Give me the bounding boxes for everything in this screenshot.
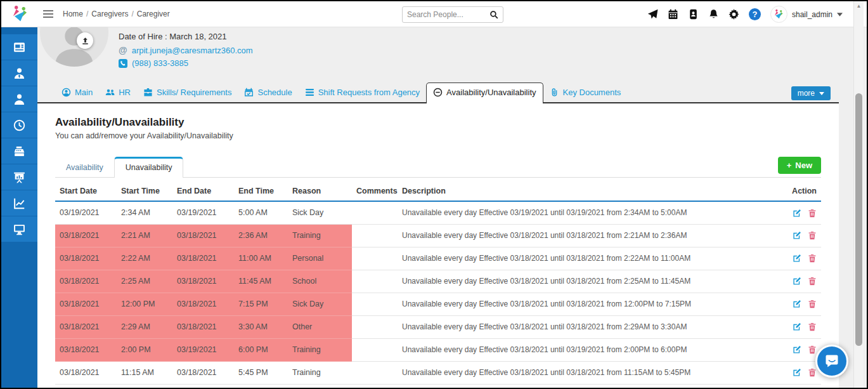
tab-schedule[interactable]: Schedule (238, 83, 298, 102)
cell-end-date: 03/18/2021 (172, 224, 234, 247)
tab-hr[interactable]: HR (99, 83, 137, 102)
app-logo[interactable] (1, 1, 37, 27)
cell-start-date: 03/18/2021 (55, 270, 117, 293)
delete-icon[interactable] (808, 300, 817, 308)
billing-icon (13, 145, 26, 158)
paperclip-icon (550, 88, 559, 97)
cell-comments (352, 293, 398, 315)
delete-icon[interactable] (808, 277, 817, 286)
edit-icon[interactable] (793, 254, 801, 263)
user-circle-icon (62, 88, 71, 97)
search-icon[interactable] (489, 10, 498, 19)
scrollbar-thumb[interactable] (855, 93, 862, 346)
vertical-scrollbar[interactable]: ▲ (853, 1, 864, 388)
tab-key-documents[interactable]: Key Documents (543, 83, 628, 102)
paper-plane-icon[interactable] (647, 9, 658, 20)
delete-icon[interactable] (808, 231, 817, 240)
delete-icon[interactable] (808, 345, 817, 354)
upload-photo-button[interactable] (77, 32, 93, 49)
bell-icon[interactable] (708, 9, 719, 20)
sidebar-item-scheduling[interactable] (1, 112, 37, 138)
sidebar (1, 27, 37, 388)
calendar-check-icon (244, 88, 254, 97)
edit-icon[interactable] (793, 277, 801, 286)
tab-label: Main (75, 88, 93, 97)
sidebar-item-monitoring[interactable] (1, 216, 37, 242)
new-button-label: New (795, 161, 812, 170)
table-row: 03/18/20212:22 AM03/18/202111:00 AMPerso… (55, 247, 821, 270)
column-header-start-time: Start Time (117, 181, 172, 201)
cell-start-time: 2:21 AM (117, 224, 172, 247)
sidebar-item-dashboard[interactable] (1, 34, 37, 60)
profile-avatar (40, 27, 108, 68)
breadcrumb-item-home[interactable]: Home (63, 10, 83, 18)
scroll-up-arrow[interactable]: ▲ (854, 1, 864, 10)
panel-subtitle: You can add/remove your Availability/Una… (55, 131, 821, 140)
tab-skills-requirements[interactable]: Skills/ Requirements (137, 83, 238, 102)
cell-start-time: 11:15 AM (117, 361, 172, 384)
cell-start-time: 2:29 AM (117, 315, 172, 338)
subtab-availability[interactable]: Availability (55, 158, 114, 177)
tab-shift-requests-from-agency[interactable]: Shift Requests from Agency (299, 83, 426, 102)
hamburger-menu-icon[interactable] (42, 10, 54, 18)
cell-reason: School (288, 270, 352, 293)
delete-icon[interactable] (808, 322, 817, 331)
user-avatar (770, 6, 787, 23)
more-tabs-button[interactable]: more (791, 86, 831, 100)
cell-reason: Training (288, 224, 352, 247)
cell-action (770, 315, 821, 338)
edit-icon[interactable] (793, 345, 801, 354)
cell-end-date: 03/18/2021 (172, 270, 234, 293)
table-header-row: Start DateStart TimeEnd DateEnd TimeReas… (55, 181, 821, 201)
cell-start-time: 2:00 PM (117, 338, 172, 361)
edit-icon[interactable] (793, 322, 801, 331)
edit-icon[interactable] (793, 209, 801, 218)
header-right-group: ? shail_admin (647, 1, 843, 27)
cell-description: Unavailable every day Effective 03/18/20… (398, 224, 770, 247)
delete-icon[interactable] (808, 254, 817, 263)
cell-end-date: 03/19/2021 (172, 338, 234, 361)
sidebar-item-caregivers[interactable] (1, 60, 37, 86)
cell-action (770, 201, 821, 224)
chat-widget-button[interactable] (815, 345, 848, 378)
table-row: 03/18/20212:29 AM03/18/20213:30 AMOtherU… (55, 315, 821, 338)
subtab-unavailability[interactable]: Unavailability (114, 157, 184, 178)
chart-icon (13, 197, 26, 210)
cell-reason: Other (288, 315, 352, 338)
edit-icon[interactable] (793, 368, 801, 377)
new-button[interactable]: + New (778, 157, 821, 174)
app-window: Home/Caregivers/Caregiver ? shail_admin (0, 0, 868, 389)
sidebar-item-training[interactable] (1, 164, 37, 190)
tab-main[interactable]: Main (55, 83, 99, 102)
breadcrumb-separator: / (86, 10, 88, 18)
contact-card-icon[interactable] (688, 9, 699, 20)
breadcrumb-item-caregivers[interactable]: Caregivers (91, 10, 128, 18)
sidebar-item-reports[interactable] (1, 190, 37, 216)
gear-icon[interactable] (729, 9, 739, 20)
tab-label: HR (119, 88, 131, 97)
edit-icon[interactable] (793, 300, 801, 308)
availability-subtabs: AvailabilityUnavailability + New (55, 157, 821, 178)
search-input[interactable] (407, 10, 489, 19)
calendar-icon[interactable] (668, 9, 678, 20)
delete-icon[interactable] (808, 368, 817, 377)
email-link[interactable]: arpit.juneja@caresmartz360.com (132, 46, 253, 55)
edit-icon[interactable] (793, 231, 801, 240)
delete-icon[interactable] (808, 209, 817, 218)
help-icon[interactable]: ? (749, 8, 761, 20)
sidebar-item-clients[interactable] (1, 86, 37, 112)
cell-start-time: 12:00 PM (117, 293, 172, 315)
cell-end-time: 2:36 AM (234, 224, 288, 247)
user-menu[interactable]: shail_admin (770, 6, 843, 23)
chevron-down-icon (819, 92, 824, 95)
phone-link[interactable]: (988) 833-3885 (132, 58, 188, 68)
cell-end-time: 5:45 PM (234, 361, 288, 384)
profile-tabs: MainHRSkills/ RequirementsScheduleShift … (37, 83, 839, 103)
column-header-comments: Comments (352, 181, 398, 201)
column-header-reason: Reason (288, 181, 352, 201)
tab-label: Schedule (257, 88, 292, 97)
cell-comments (352, 224, 398, 247)
table-row: 03/19/20212:34 AM03/19/20215:00 AMSick D… (55, 201, 821, 224)
sidebar-item-billing[interactable] (1, 138, 37, 164)
tab-availability-unavailability[interactable]: Availability/Unavailability (426, 82, 543, 103)
